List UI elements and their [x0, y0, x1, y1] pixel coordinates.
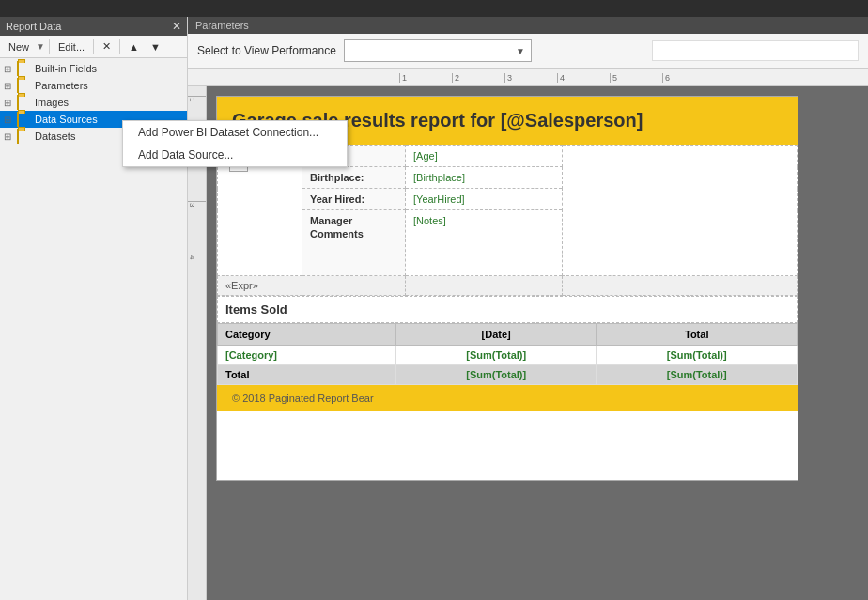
title-bar — [0, 0, 868, 17]
age-value: [Age] — [413, 150, 438, 162]
tree-label: Parameters — [35, 80, 88, 91]
left-toolbar: New ▼ Edit... ✕ ▲ ▼ — [0, 36, 187, 58]
manager-comments-label: Manager Comments — [310, 215, 364, 239]
dropdown-arrow-icon: ▼ — [516, 46, 525, 56]
params-label: Select to View Performance — [197, 44, 336, 57]
items-sold-header: Items Sold — [225, 302, 287, 316]
expr-value: «Expr» — [225, 280, 258, 291]
year-hired-label-cell: Year Hired: — [302, 189, 406, 210]
move-up-button[interactable]: ▲ — [124, 39, 144, 54]
cell-date: [Sum(Total)] — [395, 346, 597, 365]
cell-total: [Sum(Total)] — [597, 346, 798, 365]
notes-value-cell: [Notes] — [406, 210, 563, 276]
col-header-category: Category — [218, 324, 396, 346]
params-tab-label: Parameters — [195, 20, 249, 31]
spacer-cell — [563, 146, 798, 276]
data-table: Category [Date] Total [Category] [Sum(To… — [217, 323, 798, 385]
ruler-mark-2: 2 — [452, 73, 504, 83]
expand-icon: ⊞ — [4, 81, 17, 91]
age-value-cell: [Age] — [406, 146, 563, 167]
cell-total-sum-total: [Sum(Total)] — [597, 365, 798, 385]
cell-total-label: Total — [218, 365, 396, 385]
ruler-mark-3: 3 — [504, 73, 557, 83]
tree-item-built-in-fields[interactable]: ⊞ Built-in Fields — [0, 60, 187, 77]
close-icon[interactable]: ✕ — [172, 20, 181, 33]
tree-item-parameters[interactable]: ⊞ Parameters — [0, 77, 187, 94]
tree-label: Datasets — [35, 131, 75, 142]
params-bar: Select to View Performance ▼ — [188, 34, 868, 69]
notes-value: [Notes] — [413, 215, 446, 226]
ruler-mark-4: 4 — [557, 73, 610, 83]
cell-total-sum-date: [Sum(Total)] — [395, 365, 597, 385]
folder-icon — [17, 78, 19, 93]
dropdown-arrow-icon[interactable]: ▼ — [36, 41, 45, 52]
tree-label: Images — [35, 97, 69, 108]
expr-spacer — [406, 276, 563, 296]
items-sold-header-table: Items Sold — [217, 296, 798, 323]
empty-box — [652, 40, 859, 61]
ruler: 1 2 3 4 5 6 — [188, 69, 868, 86]
birthplace-label: Birthplace: — [310, 172, 364, 183]
context-menu: Add Power BI Dataset Connection... Add D… — [122, 120, 348, 167]
tree-label: Data Sources — [35, 114, 98, 125]
toolbar-separator-2 — [93, 39, 94, 54]
close-button[interactable]: ✕ — [98, 38, 116, 54]
birthplace-label-cell: Birthplace: — [302, 167, 406, 189]
tree-label: Built-in Fields — [35, 63, 97, 74]
expand-icon: ⊞ — [4, 115, 17, 125]
left-panel-header: Report Data ✕ — [0, 17, 187, 36]
birthplace-value: [Birthplace] — [413, 172, 465, 183]
expand-icon: ⊞ — [4, 98, 17, 108]
year-hired-label: Year Hired: — [310, 193, 364, 205]
table-row: [Category] [Sum(Total)] [Sum(Total)] — [218, 346, 798, 365]
v-ruler-3: 3 — [188, 201, 206, 254]
col-header-total: Total — [597, 324, 798, 346]
col-header-date: [Date] — [395, 324, 597, 346]
folder-icon — [17, 129, 19, 144]
right-panel: Parameters Select to View Performance ▼ … — [188, 17, 868, 600]
report-footer: © 2018 Paginated Report Bear — [217, 385, 798, 411]
folder-icon — [17, 112, 19, 127]
main-layout: Report Data ✕ New ▼ Edit... ✕ ▲ ▼ ⊞ Buil… — [0, 17, 868, 600]
params-tab-header: Parameters — [188, 17, 868, 34]
v-ruler-4: 4 — [188, 254, 206, 306]
expr-spacer-2 — [563, 276, 798, 296]
birthplace-value-cell: [Birthplace] — [406, 167, 563, 189]
manager-comments-label-cell: Manager Comments — [302, 210, 406, 276]
folder-icon — [17, 61, 19, 76]
cell-category: [Category] — [218, 346, 396, 365]
expand-icon: ⊞ — [4, 131, 17, 142]
edit-button[interactable]: Edit... — [54, 39, 89, 54]
items-sold-header-cell: Items Sold — [218, 297, 798, 323]
year-hired-value: [YearHired] — [413, 193, 465, 205]
move-down-button[interactable]: ▼ — [146, 39, 165, 54]
info-table: Age: [Age] Birthplace: — [217, 145, 798, 296]
new-button[interactable]: New — [4, 39, 34, 54]
context-menu-item-power-bi[interactable]: Add Power BI Dataset Connection... — [123, 121, 347, 144]
expr-cell: «Expr» — [218, 276, 406, 296]
expand-icon: ⊞ — [4, 64, 17, 74]
context-menu-item-add-data-source[interactable]: Add Data Source... — [123, 144, 347, 166]
ruler-mark-1: 1 — [399, 73, 452, 83]
params-select[interactable]: ▼ — [344, 39, 532, 62]
year-hired-value-cell: [YearHired] — [406, 189, 563, 210]
ruler-mark-5: 5 — [610, 73, 662, 83]
toolbar-separator-3 — [119, 39, 120, 54]
tree-item-images[interactable]: ⊞ Images — [0, 94, 187, 111]
ruler-mark-6: 6 — [662, 73, 715, 83]
ruler-marks: 1 2 3 4 5 6 — [399, 73, 715, 83]
folder-icon — [17, 95, 19, 110]
table-row-total: Total [Sum(Total)] [Sum(Total)] — [218, 365, 798, 385]
panel-title: Report Data — [6, 21, 61, 32]
toolbar-separator — [49, 39, 50, 54]
left-panel: Report Data ✕ New ▼ Edit... ✕ ▲ ▼ ⊞ Buil… — [0, 17, 188, 600]
